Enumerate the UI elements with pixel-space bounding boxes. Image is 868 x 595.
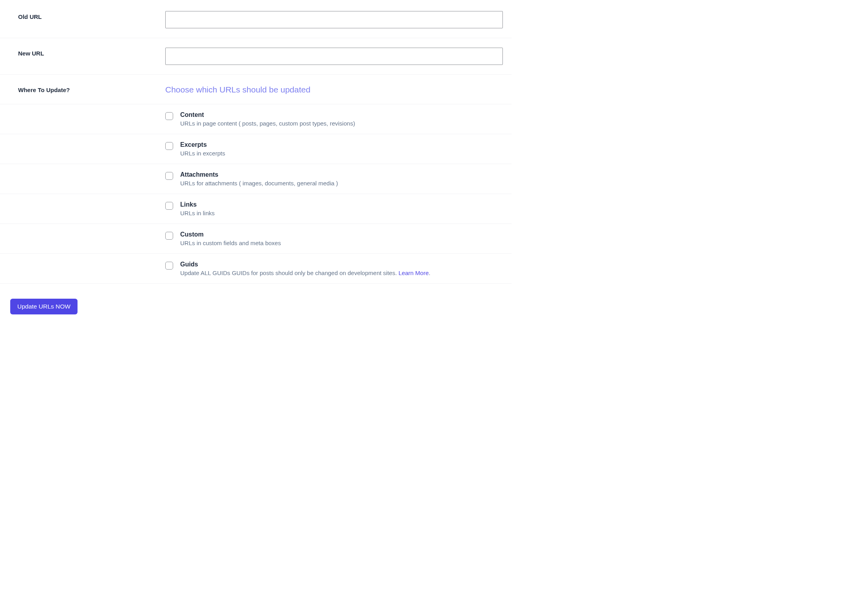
old-url-label: Old URL	[18, 13, 42, 20]
option-content-row: Content URLs in page content ( posts, pa…	[0, 104, 512, 134]
checkbox-content[interactable]	[165, 112, 173, 120]
checkbox-custom[interactable]	[165, 232, 173, 240]
option-attachments-desc: URLs for attachments ( images, documents…	[180, 180, 338, 187]
new-url-label: New URL	[18, 50, 44, 57]
option-excerpts-row: Excerpts URLs in excerpts	[0, 134, 512, 164]
new-url-input[interactable]	[165, 48, 503, 65]
checkbox-guids[interactable]	[165, 262, 173, 270]
option-custom-title: Custom	[180, 231, 281, 238]
option-guids-desc: Update ALL GUIDs GUIDs for posts should …	[180, 270, 430, 276]
old-url-input[interactable]	[165, 11, 503, 28]
where-to-update-label: Where To Update?	[18, 87, 70, 93]
old-url-row: Old URL	[0, 0, 512, 38]
option-attachments-row: Attachments URLs for attachments ( image…	[0, 164, 512, 194]
option-links-title: Links	[180, 201, 215, 208]
where-to-update-row: Where To Update? Choose which URLs shoul…	[0, 75, 512, 104]
checkbox-attachments[interactable]	[165, 172, 173, 180]
option-attachments-title: Attachments	[180, 171, 338, 178]
where-to-update-heading: Choose which URLs should be updated	[165, 84, 504, 94]
option-excerpts-desc: URLs in excerpts	[180, 150, 225, 157]
option-links-desc: URLs in links	[180, 210, 215, 216]
checkbox-links[interactable]	[165, 202, 173, 210]
option-content-desc: URLs in page content ( posts, pages, cus…	[180, 120, 355, 127]
option-content-title: Content	[180, 111, 355, 118]
option-custom-row: Custom URLs in custom fields and meta bo…	[0, 224, 512, 254]
option-links-row: Links URLs in links	[0, 194, 512, 224]
option-guids-title: Guids	[180, 261, 430, 268]
option-custom-desc: URLs in custom fields and meta boxes	[180, 240, 281, 246]
learn-more-link[interactable]: Learn More	[399, 270, 429, 276]
new-url-row: New URL	[0, 38, 512, 75]
option-guids-row: Guids Update ALL GUIDs GUIDs for posts s…	[0, 254, 512, 284]
update-urls-button[interactable]: Update URLs NOW	[10, 299, 78, 314]
checkbox-excerpts[interactable]	[165, 142, 173, 150]
option-excerpts-title: Excerpts	[180, 141, 225, 148]
